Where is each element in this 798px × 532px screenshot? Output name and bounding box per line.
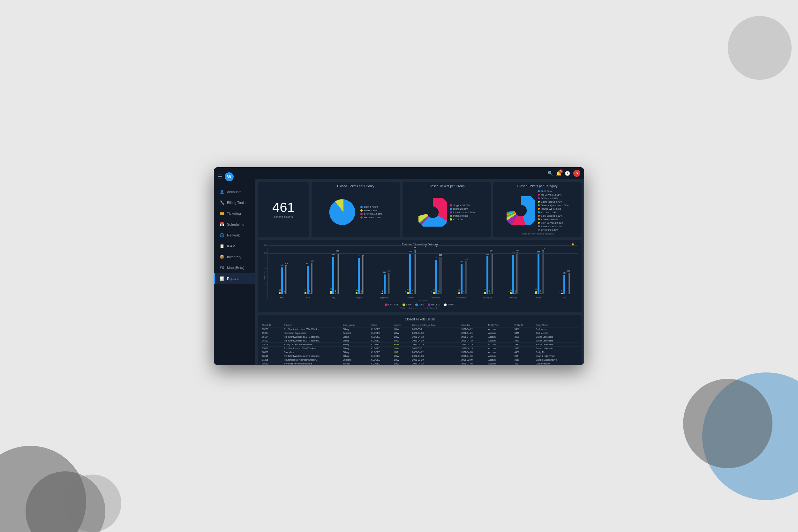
bar-low: 180 xyxy=(307,266,309,294)
installs-label: Installs 0.83% xyxy=(453,214,468,217)
bar-low: 126 xyxy=(384,274,385,294)
bar-value-total: 210 xyxy=(465,258,468,260)
pie-category-title: Closed Tickets per Category xyxy=(496,185,579,188)
col-created: tickets_created_at Date xyxy=(411,323,460,327)
bar-low: 241 xyxy=(487,256,488,294)
medium-bar-label: MEDIUM xyxy=(431,304,440,306)
bar-chart-area: 121693184May141805199June202376263July11… xyxy=(267,248,578,299)
table-row[interactable]: 18116Re: IWantWireless.ca LTD account...… xyxy=(261,354,579,358)
table-cell-1: Internet at Eaglesham xyxy=(283,331,341,335)
more-button[interactable]: ⋮ xyxy=(576,243,579,246)
col-closed: closed at xyxy=(460,323,487,327)
y-tick: 250 xyxy=(264,252,267,254)
gridline: 300 xyxy=(268,245,578,246)
bar-medium: 4 xyxy=(463,293,465,294)
table-cell-0: 15230 xyxy=(261,327,283,331)
pie-category-chart xyxy=(507,196,535,225)
table-row[interactable]: 19113TV tower RecommendationsInstallsCLO… xyxy=(261,362,579,365)
sidebar-item-ipam[interactable]: 📋 IPAM xyxy=(214,241,255,251)
legend-low-bar: LOW xyxy=(415,304,424,306)
table-cell-1: Router Issue/s Address/ Droppin... xyxy=(283,358,341,362)
bar-critical: 1 xyxy=(431,293,433,294)
table-cell-4: HIGH xyxy=(392,342,411,346)
sidebar-item-billing[interactable]: 🔧 Billing Tools xyxy=(214,197,255,208)
cat-voip-label: VoIP Services 0.40% xyxy=(541,222,564,224)
table-cell-3: CLOSED xyxy=(369,335,392,339)
table-row[interactable]: 15294Internet at EagleshamSupportCLOSEDL… xyxy=(261,331,579,335)
bar-value-medium: 3 xyxy=(566,290,567,292)
chart-actions: 🔒 ⋮ xyxy=(571,243,579,246)
table-cell-5: 2021-04-19 xyxy=(411,342,460,346)
bar-value-low: 255 xyxy=(537,251,540,253)
bar-total: 264 xyxy=(491,253,493,294)
table-cell-9: Sasha Laboussie xyxy=(534,342,579,346)
bar-low: 258 xyxy=(409,254,411,294)
bar-value-critical: 1 xyxy=(534,290,535,292)
bar-value-high: 12 xyxy=(458,289,460,291)
table-cell-0: 15086 xyxy=(261,346,283,350)
sidebar-item-network[interactable]: 🌐 Network xyxy=(214,230,255,241)
bar-medium: 3 xyxy=(386,293,388,294)
bar-total: 136 xyxy=(568,273,570,294)
bar-value-low: 258 xyxy=(409,250,412,252)
high-label: HIGH 7.87% xyxy=(364,209,377,212)
table-scroll[interactable]: Ticket ID Subject ticket_group status pr… xyxy=(261,323,579,365)
table-row[interactable]: 15230Re: Your invoice from IWantWireless… xyxy=(261,327,579,331)
table-cell-6: 2021-02-09 xyxy=(460,358,487,362)
sidebar-item-ticketing[interactable]: 🎫 Ticketing xyxy=(214,208,255,219)
cat-account-label: Account 1.39% xyxy=(541,211,557,214)
cat-slow-label: Slow Speeds 0.99% xyxy=(541,214,563,217)
legend-cat-ctowers: C Towers 0.20% xyxy=(538,228,569,231)
sidebar-item-inventory[interactable]: 📦 Inventory xyxy=(214,251,255,262)
sidebar-item-reports[interactable]: 📊 Reports xyxy=(214,273,255,284)
legend-cat-slow: Slow Speeds 0.99% xyxy=(538,214,569,217)
user-avatar[interactable]: S xyxy=(573,170,580,177)
bar-total: 136 xyxy=(388,273,390,294)
table-row[interactable]: 15168Billing - Extension RequestedBillin… xyxy=(261,342,579,346)
table-cell-9: Sasha Laboussie xyxy=(534,335,579,339)
hamburger-icon[interactable]: ☰ xyxy=(218,174,222,180)
bar-value-low: 231 xyxy=(358,255,360,256)
table-cell-6: 2021-04-06 xyxy=(460,354,487,358)
low-label: LOW 87.20% xyxy=(364,206,378,208)
sidebar-item-accounts[interactable]: 👤 Accounts xyxy=(214,186,255,197)
cat-router-label: Router WiFi 1.58% xyxy=(541,207,561,210)
table-cell-4: LOW xyxy=(392,335,411,339)
bar-group-july: 202376263July xyxy=(321,253,346,298)
legend-high-bar: HIGH xyxy=(402,304,412,306)
pie-category-card: Closed Tickets per Category xyxy=(493,182,582,238)
pie-priority-title: Closed Tickets per Priority xyxy=(314,185,397,188)
closed-tickets-label: Closed Tickets xyxy=(274,215,293,218)
bar-critical: 2 xyxy=(559,293,561,294)
notifications-icon[interactable]: 🔔 5 xyxy=(556,171,562,176)
bar-value-medium: 5 xyxy=(438,290,439,292)
bar-group-february: 1112495266February xyxy=(500,252,526,299)
legend-total-bar: TOTAL xyxy=(444,304,455,306)
pie-group-card: Closed Tickets per Group xyxy=(402,182,491,238)
sidebar-item-network-label: Network xyxy=(227,233,240,237)
table-row[interactable]: 15086Re: Your bill from IWantWireless...… xyxy=(261,346,579,350)
sidebar-item-billing-label: Billing Tools xyxy=(227,201,245,205)
legend-high: HIGH 7.87% xyxy=(360,209,382,212)
bar-value-total: 263 xyxy=(336,250,339,252)
sidebar-item-scheduling[interactable]: 📅 Scheduling xyxy=(214,219,255,230)
bar-month-label: June xyxy=(305,297,310,299)
pie-group-body: Support 58.79% Billing 28.05% Infrastruc… xyxy=(405,190,488,235)
table-cell-2: Billing xyxy=(341,350,369,354)
table-cell-3: CLOSED xyxy=(369,339,392,342)
search-icon[interactable]: 🔍 xyxy=(547,171,553,176)
cat-atowers-dot xyxy=(538,218,540,220)
table-cell-8: 3467 xyxy=(513,327,534,331)
lock-button[interactable]: 🔒 xyxy=(571,243,575,246)
sidebar-item-map[interactable]: 🗺 Map (Beta) xyxy=(214,262,255,273)
table-row[interactable]: 15174Re: IWantWireless.ca LTD account...… xyxy=(261,335,579,339)
table-row[interactable]: 11225Router Issue/s Address/ Droppin...S… xyxy=(261,358,579,362)
table-row[interactable]: 15162Re: IWantWireless.ca LTD account...… xyxy=(261,339,579,342)
table-row[interactable]: 18050Sales LeadBillingCLOSEDHIGH2021-04-… xyxy=(261,350,579,354)
history-icon[interactable]: 🕐 xyxy=(565,171,570,176)
table-cell-2: Billing xyxy=(341,339,369,342)
bar-value-total: 264 xyxy=(490,250,493,252)
bar-total: 263 xyxy=(337,253,339,294)
legend-infra: Infrastructure 1.98% xyxy=(450,211,475,214)
bar-value-critical: 1 xyxy=(457,290,458,292)
